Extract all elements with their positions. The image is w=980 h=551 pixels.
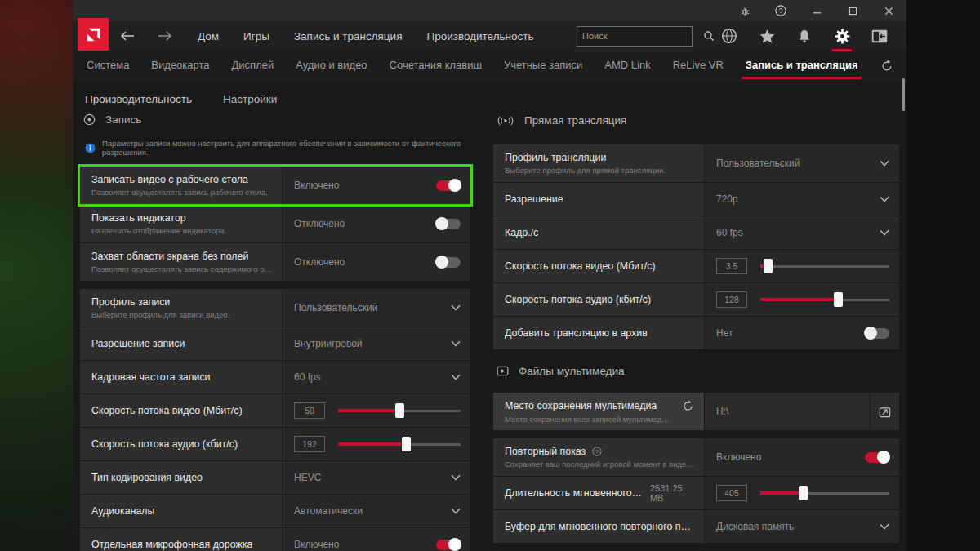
setting-title: Кадровая частота записи [91, 371, 211, 383]
slider-track[interactable] [338, 403, 461, 418]
slider-track[interactable] [760, 486, 889, 500]
setting-row[interactable]: Добавить трансляцию в архивНет [493, 317, 899, 349]
setting-row[interactable]: Профиль записиВыберите профиль для запис… [80, 289, 470, 327]
setting-row[interactable]: Профиль трансляцииВыберите профиль для п… [493, 144, 899, 182]
chevron-down-icon[interactable] [451, 340, 461, 347]
toggle-switch[interactable] [436, 219, 461, 229]
setting-value-cell: Включено [282, 167, 470, 204]
record-column: Производительность Настройки Запись Пара… [80, 91, 470, 551]
setting-row[interactable]: Тип кодирования видеоHEVC [80, 461, 470, 494]
toggle-switch[interactable] [436, 180, 461, 191]
setting-label-cell: Показать индикаторРазрешить отображение … [80, 205, 282, 242]
setting-row[interactable]: АудиоканалыАвтоматически [80, 495, 470, 527]
chevron-down-icon[interactable] [880, 229, 889, 236]
setting-row[interactable]: Кадр./с60 fps [493, 216, 899, 249]
setting-row[interactable]: Записать видео с рабочего столаПозволяет… [80, 167, 470, 204]
chevron-down-icon[interactable] [880, 196, 889, 202]
slider-thumb[interactable] [764, 259, 773, 273]
subtab-performance[interactable]: Производительность [85, 93, 192, 105]
setting-row[interactable]: Разрешение720p [493, 183, 899, 216]
back-arrow-icon[interactable] [119, 30, 136, 42]
setting-row[interactable]: Повторный показ?Сохраняет ваш последний … [493, 438, 899, 476]
content-area: Производительность Настройки Запись Пара… [74, 82, 906, 551]
slider-value-input[interactable] [294, 436, 325, 452]
chevron-down-icon[interactable] [451, 474, 461, 481]
close-icon[interactable] [871, 0, 906, 21]
globe-icon[interactable] [719, 28, 739, 44]
tab-item[interactable]: AMD Link [604, 51, 650, 82]
setting-row[interactable]: Буфер для мгновенного повторного показаД… [493, 510, 899, 543]
slider-value-input[interactable] [716, 258, 747, 274]
tab-item[interactable]: Аудио и видео [296, 51, 367, 82]
minimize-icon[interactable] [799, 0, 835, 21]
amd-logo[interactable] [78, 18, 109, 51]
reset-icon[interactable] [880, 60, 893, 73]
slider-value-input[interactable] [716, 291, 747, 308]
star-icon[interactable] [757, 28, 777, 45]
tab-item[interactable]: Дисплей [232, 51, 274, 82]
setting-row[interactable]: Разрешение записиВнутриигровой [80, 327, 470, 360]
settings-gear-icon[interactable] [832, 29, 852, 44]
setting-row[interactable]: Скорость потока аудио (кбит/с) [80, 428, 470, 460]
slider-track[interactable] [760, 292, 889, 307]
subtab-settings[interactable]: Настройки [223, 93, 277, 105]
setting-label-cell: Записать видео с рабочего столаПозволяет… [80, 167, 282, 204]
setting-value: Включено [294, 180, 339, 191]
slider-track[interactable] [760, 259, 889, 273]
help-icon[interactable]: ? [592, 447, 602, 456]
tab-item[interactable]: Видеокарта [151, 51, 209, 82]
tab-item[interactable]: Учетные записи [504, 51, 582, 82]
slider-value-input[interactable] [294, 402, 325, 419]
toggle-switch[interactable] [436, 540, 461, 550]
setting-value: Нет [716, 327, 733, 339]
menu-item[interactable]: Производительность [426, 30, 533, 42]
setting-row[interactable]: Скорость потока аудио (кбит/с) [493, 283, 899, 316]
menu-item[interactable]: Дом [198, 30, 219, 42]
menu-item[interactable]: Запись и трансляция [294, 30, 403, 42]
help-icon[interactable]: ? [763, 0, 799, 21]
tab-active[interactable]: Запись и трансляция [746, 51, 858, 82]
maximize-icon[interactable] [835, 0, 871, 21]
setting-value-cell: Автоматически [282, 495, 470, 527]
chevron-down-icon[interactable] [880, 160, 889, 167]
slider-thumb[interactable] [834, 292, 843, 307]
search-input[interactable] [577, 31, 703, 41]
setting-row[interactable]: Захват области экрана без полейПозволяет… [80, 243, 470, 281]
toggle-switch[interactable] [865, 452, 889, 463]
browse-icon[interactable] [870, 393, 899, 430]
chevron-down-icon[interactable] [451, 304, 461, 311]
chevron-down-icon[interactable] [880, 523, 889, 530]
setting-value: Пользовательский [716, 158, 800, 169]
toggle-switch[interactable] [436, 257, 461, 268]
setting-row[interactable]: Длительность мгновенного повт...2531.25 … [493, 477, 899, 509]
setting-row[interactable]: Скорость потока видео (Мбит/с) [80, 394, 470, 427]
slider-thumb[interactable] [799, 486, 808, 500]
setting-row[interactable]: Кадровая частота записи60 fps [80, 361, 470, 393]
chevron-down-icon[interactable] [451, 374, 461, 380]
setting-row[interactable]: Место сохранения мультимедиаМесто сохран… [493, 393, 899, 430]
tab-item[interactable]: Сочетания клавиш [390, 51, 482, 82]
slider-track[interactable] [338, 437, 461, 451]
slider-value-input[interactable] [716, 485, 747, 501]
reset-icon[interactable] [682, 400, 696, 412]
tab-item[interactable]: Система [87, 51, 129, 82]
search-box[interactable] [577, 26, 693, 47]
bell-icon[interactable] [795, 29, 814, 44]
chevron-down-icon[interactable] [451, 508, 461, 514]
hotkeys-panel-icon[interactable] [870, 29, 889, 43]
menu-item[interactable]: Игры [243, 30, 270, 42]
slider-thumb[interactable] [395, 403, 404, 418]
tab-item[interactable]: ReLive VR [673, 51, 724, 82]
scrollbar-thumb[interactable] [902, 78, 905, 111]
setting-row[interactable]: Скорость потока видео (Мбит/с) [493, 250, 899, 282]
setting-row[interactable]: Отдельная микрофонная дорожкаВключено [80, 528, 470, 551]
broadcast-icon [497, 115, 514, 127]
slider-thumb[interactable] [402, 437, 411, 451]
setting-title: Буфер для мгновенного повторного показа [505, 521, 696, 532]
titlebar: ? [74, 0, 906, 21]
bug-report-icon[interactable] [727, 0, 763, 21]
setting-title: Место сохранения мультимедиа [505, 400, 657, 411]
forward-arrow-icon[interactable] [157, 30, 173, 42]
setting-row[interactable]: Показать индикаторРазрешить отображение … [80, 205, 470, 242]
toggle-switch[interactable] [865, 328, 889, 339]
